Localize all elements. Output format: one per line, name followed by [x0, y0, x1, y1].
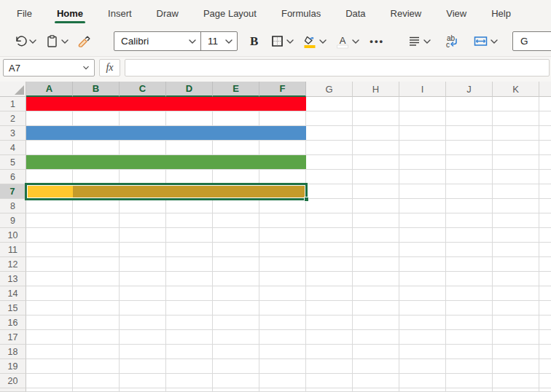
cell-I2[interactable] — [399, 111, 446, 126]
cell-D16[interactable] — [166, 315, 213, 330]
cell-A16[interactable] — [26, 315, 73, 330]
cell-B20[interactable] — [73, 374, 120, 388]
cell-I14[interactable] — [399, 286, 446, 301]
cell-I1[interactable] — [399, 97, 446, 111]
cell-D19[interactable] — [166, 359, 213, 374]
cell-E2[interactable] — [213, 111, 259, 126]
cell-K7[interactable] — [493, 184, 539, 199]
cell-K8[interactable] — [493, 199, 539, 213]
cell-H20[interactable] — [353, 374, 399, 388]
cell-J17[interactable] — [446, 330, 493, 345]
cell-C10[interactable] — [120, 228, 166, 243]
cell-G1[interactable] — [306, 97, 353, 111]
cell-H7[interactable] — [353, 184, 399, 199]
cell-I4[interactable] — [399, 141, 446, 155]
cell-K3[interactable] — [493, 126, 539, 141]
cell-B18[interactable] — [73, 345, 120, 359]
cell-A18[interactable] — [26, 345, 73, 359]
cell-F8[interactable] — [259, 199, 306, 213]
cell-I6[interactable] — [399, 170, 446, 184]
cell-C8[interactable] — [120, 199, 166, 213]
chevron-down-icon[interactable] — [423, 39, 431, 44]
undo-button[interactable] — [10, 32, 39, 50]
chevron-down-icon[interactable] — [61, 39, 69, 44]
cell-C12[interactable] — [120, 257, 166, 272]
row-header-3[interactable]: 3 — [0, 126, 26, 141]
cell-C16[interactable] — [120, 315, 166, 330]
cell-G14[interactable] — [306, 286, 353, 301]
cell-F12[interactable] — [259, 257, 306, 272]
cell-B15[interactable] — [73, 301, 120, 315]
cell-A15[interactable] — [26, 301, 73, 315]
cell-F15[interactable] — [259, 301, 306, 315]
cell-H15[interactable] — [353, 301, 399, 315]
number-format-select[interactable]: G — [512, 31, 551, 51]
align-button[interactable] — [405, 32, 434, 50]
cell-I10[interactable] — [399, 228, 446, 243]
cell-H10[interactable] — [353, 228, 399, 243]
cell-G13[interactable] — [306, 272, 353, 286]
cell-I15[interactable] — [399, 301, 446, 315]
cell-E20[interactable] — [213, 374, 259, 388]
cell-D9[interactable] — [166, 213, 213, 228]
row-header-7[interactable]: 7 — [0, 184, 26, 199]
cell-E19[interactable] — [213, 359, 259, 374]
cell-H11[interactable] — [353, 243, 399, 257]
cell-I19[interactable] — [399, 359, 446, 374]
menu-item-review[interactable]: Review — [378, 0, 434, 26]
menu-item-file[interactable]: File — [4, 0, 44, 26]
cell-E10[interactable] — [213, 228, 259, 243]
chevron-down-icon[interactable] — [286, 39, 294, 44]
cell-A14[interactable] — [26, 286, 73, 301]
row-header-1[interactable]: 1 — [0, 97, 26, 111]
column-header-g[interactable]: G — [306, 82, 353, 97]
column-header-d[interactable]: D — [166, 82, 213, 97]
cell-D6[interactable] — [166, 170, 213, 184]
cell-B8[interactable] — [73, 199, 120, 213]
menu-item-insert[interactable]: Insert — [95, 0, 144, 26]
cell-B13[interactable] — [73, 272, 120, 286]
cell-H19[interactable] — [353, 359, 399, 374]
cell-C6[interactable] — [120, 170, 166, 184]
row-header-12[interactable]: 12 — [0, 257, 26, 272]
cell-C15[interactable] — [120, 301, 166, 315]
menu-item-draw[interactable]: Draw — [144, 0, 191, 26]
cell-F18[interactable] — [259, 345, 306, 359]
row-header-10[interactable]: 10 — [0, 228, 26, 243]
menu-item-view[interactable]: View — [434, 0, 479, 26]
cell-K20[interactable] — [493, 374, 539, 388]
cell-K1[interactable] — [493, 97, 539, 111]
cell-E8[interactable] — [213, 199, 259, 213]
cell-K17[interactable] — [493, 330, 539, 345]
formula-input[interactable] — [125, 59, 550, 77]
cell-G5[interactable] — [306, 155, 353, 170]
cell-E15[interactable] — [213, 301, 259, 315]
cell-D2[interactable] — [166, 111, 213, 126]
chevron-down-icon[interactable] — [491, 39, 498, 44]
cell-B6[interactable] — [73, 170, 120, 184]
select-all-corner[interactable] — [0, 82, 26, 97]
cell-I8[interactable] — [399, 199, 446, 213]
cell-D11[interactable] — [166, 243, 213, 257]
cell-E16[interactable] — [213, 315, 259, 330]
cell-H4[interactable] — [353, 141, 399, 155]
cell-A12[interactable] — [26, 257, 73, 272]
cell-E4[interactable] — [213, 141, 259, 155]
row-header-8[interactable]: 8 — [0, 199, 26, 213]
cell-C14[interactable] — [120, 286, 166, 301]
cell-B10[interactable] — [73, 228, 120, 243]
fill-handle[interactable] — [304, 197, 309, 202]
cell-J3[interactable] — [446, 126, 493, 141]
menu-item-help[interactable]: Help — [479, 0, 523, 26]
cell-G11[interactable] — [306, 243, 353, 257]
cell-E6[interactable] — [213, 170, 259, 184]
cell-I7[interactable] — [399, 184, 446, 199]
cell-F17[interactable] — [259, 330, 306, 345]
cell-G18[interactable] — [306, 345, 353, 359]
insert-function-button[interactable]: fx — [99, 59, 120, 77]
cell-K14[interactable] — [493, 286, 539, 301]
cell-D12[interactable] — [166, 257, 213, 272]
borders-button[interactable] — [267, 32, 297, 50]
cell-G20[interactable] — [306, 374, 353, 388]
cell-J15[interactable] — [446, 301, 493, 315]
